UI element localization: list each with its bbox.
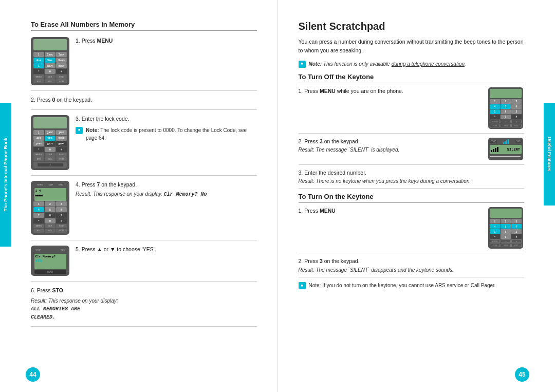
step-3-note: ■ Note: The lock code is present to 0000… bbox=[76, 126, 257, 142]
on-b5: STO bbox=[501, 244, 511, 247]
on-k4: 4 bbox=[490, 224, 500, 229]
k45: 5 bbox=[45, 207, 55, 212]
final-note-icon: ■ bbox=[299, 282, 306, 289]
off-step-3: 3. Enter the desired number. Result: The… bbox=[299, 169, 525, 189]
off-step-2-content: 2. Press 3 on the keypad. Result: The me… bbox=[299, 138, 485, 160]
pw-k4: 4 bbox=[490, 104, 500, 109]
k1: 1 bbox=[33, 130, 44, 135]
bkey-clr: CLR bbox=[45, 74, 55, 79]
key-star: * bbox=[33, 69, 44, 74]
bkey-end: END bbox=[56, 74, 67, 79]
k0: 0 bbox=[45, 147, 55, 152]
pwb3: ⬧ bbox=[511, 120, 522, 123]
step-2-bold: 0 bbox=[52, 97, 55, 103]
sig-label-5: SIG bbox=[60, 249, 65, 252]
step-4-row: SEND CLR END 1 4 ▄▄▄▄ 1 2 3 4 5 6 7 8 bbox=[31, 181, 257, 240]
pw-bottom-off1: MENU ⬧ ⬧ FCN STO RCL bbox=[490, 120, 522, 127]
pw-screen-off1 bbox=[490, 89, 522, 98]
k4h: # bbox=[56, 218, 67, 223]
pw-k1: 1 bbox=[490, 99, 500, 104]
on-kh: # bbox=[511, 234, 522, 239]
key-2: 2ABC bbox=[45, 52, 55, 57]
sub-title-on: To Turn On the Keytone bbox=[299, 193, 525, 203]
bkey-sto: STO bbox=[33, 79, 44, 83]
k43: 3 bbox=[56, 201, 67, 207]
k2: 2ABC bbox=[45, 130, 55, 135]
side-tab-right: Useful Features bbox=[544, 103, 555, 206]
on-k8: 8 bbox=[501, 229, 511, 234]
on-b2: ⬧ bbox=[501, 239, 511, 243]
clr-disp-line1: Clr Memory? bbox=[35, 255, 65, 259]
left-page: The Phone's Internal Phone Book To Erase… bbox=[0, 0, 278, 392]
page-num-right: 45 bbox=[515, 367, 529, 382]
on-step-2-result: Result: The message `SILENT` disappears … bbox=[299, 267, 525, 273]
b4c: CLR bbox=[45, 224, 55, 228]
step-5-text: 5. Press ▲ or ▼ to choose 'YES'. bbox=[76, 246, 257, 254]
clr-line2-a: ▄▄▄▄ bbox=[35, 193, 65, 197]
silent-screen: SILENT bbox=[490, 145, 522, 154]
phone-bottom-3: MENU CLR END STO RCL FCN bbox=[33, 153, 67, 161]
b3fcn: FCN bbox=[56, 157, 67, 161]
scbar1 bbox=[491, 150, 492, 152]
left-section-title: To Erase All Numbers in Memory bbox=[31, 21, 257, 31]
on-b1: MENU bbox=[490, 239, 500, 243]
b3sto: STO bbox=[33, 157, 44, 161]
b3end: END bbox=[56, 153, 67, 157]
phone-image-1: 1 2ABC 3DEF 4GHI 5JKL 6MNO 1 8TUV 9WXY *… bbox=[31, 37, 69, 85]
step-6-row: 6. Press STO. Result: This response on y… bbox=[31, 287, 257, 327]
key-6: 6MNO bbox=[56, 58, 67, 63]
divider-silent bbox=[490, 156, 521, 157]
off-step-1-content: 1. Press MENU while you are on the phone… bbox=[299, 87, 485, 129]
scbar3 bbox=[495, 148, 496, 152]
phone-widget-on1: 1 2 3 4 5 F 1 8 2 * 0 # bbox=[488, 207, 523, 249]
pw-keys-off1: 1 2 3 4 5 6 1 8 2 * 0 # bbox=[490, 99, 522, 119]
bar1 bbox=[503, 142, 504, 144]
b4e: END bbox=[56, 224, 67, 228]
step-1-text: 1. Press MENU bbox=[76, 37, 257, 45]
scbar2 bbox=[493, 149, 494, 152]
on-step-2-content: 2. Press 3 on the keypad. Result: The me… bbox=[299, 257, 525, 273]
off-step-3-result: Result: There is no keytone when you pre… bbox=[299, 178, 525, 184]
step-3-row: 1 2ABC 3DEF 4GHI 5JKL 6MNO 7PRS 8TUV 9WX… bbox=[31, 115, 257, 176]
pw-k3: 3 bbox=[511, 99, 522, 104]
note-text-right: Note: This function is only available du… bbox=[309, 60, 466, 68]
k48: 8 bbox=[45, 213, 55, 218]
k4: 4GHI bbox=[33, 136, 44, 141]
off-step-2-text: 2. Press 3 on the keypad. bbox=[299, 138, 485, 146]
k41: 1 bbox=[33, 201, 44, 207]
key-hash: # bbox=[56, 69, 67, 74]
k47: 7 bbox=[33, 213, 44, 218]
signal-bars bbox=[503, 139, 509, 144]
ks: * bbox=[33, 147, 44, 152]
on-step-1: 1. Press MENU 1 2 3 4 5 F 1 8 bbox=[299, 207, 525, 253]
off-step-2-phone: SVC SIG bbox=[488, 138, 524, 160]
pwb6: RCL bbox=[511, 124, 522, 127]
phone-bottom-1: MENU CLR END STO RCL FCN bbox=[33, 74, 67, 83]
send-end-bar: SEND CLR END bbox=[34, 183, 66, 187]
b3menu: MENU bbox=[33, 153, 44, 157]
k46: 6 bbox=[56, 207, 67, 212]
phone-keypad-4: 1 2 3 4 5 6 7 8 9 * 0 # bbox=[33, 201, 67, 223]
pw-k6: 6 bbox=[511, 104, 522, 109]
pwb2: ⬧ bbox=[501, 120, 511, 123]
final-note-text: Note: If you do not turn on the keytone,… bbox=[309, 282, 496, 289]
phone-top-bar-5: SVC SIG bbox=[33, 248, 67, 253]
sig-label: SIG bbox=[515, 140, 522, 143]
on-k7: 1 bbox=[490, 229, 500, 234]
section-turn-off: To Turn Off the Keytone 1. Press MENU wh… bbox=[299, 73, 525, 189]
k8: 8TUV bbox=[45, 141, 55, 146]
clr-disp-line2: YES bbox=[35, 259, 65, 264]
off-step-3-content: 3. Enter the desired number. Result: The… bbox=[299, 169, 525, 184]
note-icon-3: ■ bbox=[76, 127, 83, 134]
off-step-1: 1. Press MENU while you are on the phone… bbox=[299, 87, 525, 134]
key-0: 0 bbox=[45, 69, 55, 74]
phone-3-bottom: 3 bbox=[33, 162, 67, 168]
bar2 bbox=[505, 141, 506, 144]
on-ks: * bbox=[490, 234, 500, 239]
key-3: 3DEF bbox=[56, 52, 67, 57]
off-step-1-text: 1. Press MENU while you are on the phone… bbox=[299, 87, 485, 96]
b3clr: CLR bbox=[45, 153, 55, 157]
k42: 2 bbox=[45, 201, 55, 207]
k3: 3DEF bbox=[56, 130, 67, 135]
step-2-row: 2. Press 0 on the keypad. bbox=[31, 96, 257, 110]
